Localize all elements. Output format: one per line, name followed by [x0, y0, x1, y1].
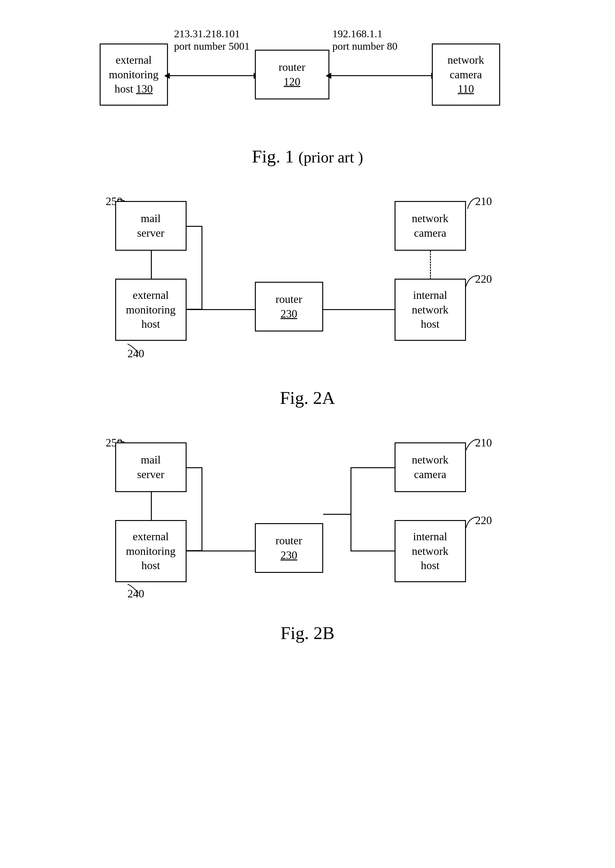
fig1-router-label: router [279, 61, 306, 74]
fig1-section: 213.31.218.101 port number 5001 192.168.… [31, 25, 584, 167]
fig1-caption: Fig. 1 (prior art ) [252, 146, 363, 167]
fig1-router-num: 120 [284, 75, 301, 88]
fig1-camera-num: 110 [457, 83, 474, 95]
fig2a-exthost-refline [122, 338, 146, 355]
fig1-ip2-label: 192.168.1.1 [332, 28, 383, 40]
fig2a-mail-label: mailserver [137, 211, 164, 241]
fig2b-section: 250 mailserver externalmonitoringhost 24… [31, 433, 584, 643]
fig1-camera-box: networkcamera 110 [432, 44, 500, 106]
fig2a-ext-host-box: externalmonitoringhost [115, 279, 187, 341]
fig2a-ext-right-hline [187, 309, 202, 310]
fig2a-inthost-refline [463, 274, 481, 289]
fig2b-diagram: 250 mailserver externalmonitoringhost 24… [91, 433, 525, 607]
fig1-arrow1 [169, 75, 255, 76]
fig2b-mail-to-exthost-vline [151, 492, 152, 521]
fig2a-diagram: 250 mailserver externalmonitoringhost 24… [91, 192, 525, 372]
fig1-port1-label: port number 5001 [174, 41, 250, 52]
fig2b-camera-refline [463, 438, 481, 453]
fig2a-int-host-box: internalnetworkhost [395, 279, 466, 341]
fig2b-mail-label: mailserver [137, 453, 164, 482]
fig2a-camera-label: networkcamera [412, 211, 449, 241]
fig2b-router-label: router [276, 534, 302, 547]
fig2a-router-num: 230 [281, 308, 297, 320]
fig1-arrow2 [330, 75, 432, 76]
fig2b-router-to-inthost-hline [351, 551, 395, 551]
fig2b-exthost-refline [122, 578, 146, 595]
fig1-ext-host-num: 130 [136, 83, 153, 95]
fig1-ip1-label: 213.31.218.101 [174, 28, 240, 40]
fig2a-mail-box: mailserver [115, 201, 187, 251]
fig1-router-box: router 120 [255, 50, 329, 99]
fig2a-dashed-line [430, 251, 431, 279]
fig2a-router-box: router 230 [255, 282, 323, 332]
fig2b-ext-right-hline [187, 550, 202, 551]
fig2b-router-to-camera-hline2 [351, 467, 395, 468]
fig2b-camera-box: networkcamera [395, 443, 466, 492]
page: 213.31.218.101 port number 5001 192.168.… [0, 0, 615, 868]
fig2a-ext-host-label: externalmonitoringhost [126, 288, 176, 332]
fig2b-caption: Fig. 2B [280, 622, 334, 643]
fig2b-camera-label: networkcamera [412, 453, 449, 482]
fig2b-int-host-label: internalnetworkhost [412, 529, 449, 573]
fig2b-ext-host-box: externalmonitoringhost [115, 520, 187, 582]
fig2b-int-host-box: internalnetworkhost [395, 520, 466, 582]
fig2a-router-label: router [276, 293, 302, 305]
fig1-ext-host-box: externalmonitoringhost 130 [100, 44, 168, 106]
fig2b-inthost-refline [463, 515, 481, 531]
fig2b-router-to-camera-hline1 [323, 514, 351, 515]
fig2b-bracket-vline [201, 467, 203, 551]
fig2b-ext-host-label: externalmonitoringhost [126, 529, 176, 573]
fig2a-camera-refline [464, 196, 481, 212]
fig2a-section: 250 mailserver externalmonitoringhost 24… [31, 192, 584, 408]
fig2a-int-host-label: internalnetworkhost [412, 288, 449, 332]
fig2a-router-to-inthost-hline [323, 309, 395, 310]
fig2b-router-box: router 230 [255, 523, 323, 573]
fig1-ext-host-label: externalmonitoringhost 130 [109, 54, 159, 95]
fig2b-router-num: 230 [281, 549, 297, 561]
fig2a-caption: Fig. 2A [280, 388, 335, 408]
fig2a-bracket-vline [201, 226, 203, 309]
fig2a-mail-right-hline [187, 226, 202, 227]
fig1-port2-label: port number 80 [332, 41, 398, 52]
fig1-diagram: 213.31.218.101 port number 5001 192.168.… [91, 25, 525, 130]
fig2b-mail-right-hline [187, 467, 202, 468]
fig2a-mail-to-exthost-vline [151, 251, 152, 279]
fig2a-camera-box: networkcamera [395, 201, 466, 251]
fig2b-router-to-camera-vline [351, 467, 351, 551]
fig1-camera-label: networkcamera [448, 54, 484, 81]
fig2b-mail-box: mailserver [115, 443, 187, 492]
